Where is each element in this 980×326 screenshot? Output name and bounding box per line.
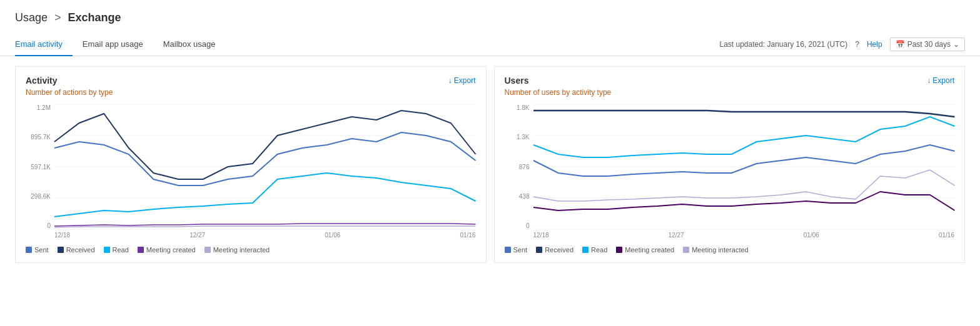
activity-export-button[interactable]: ↓ Export [448,76,476,85]
chevron-down-icon: ⌄ [953,40,959,49]
sent-legend-label: Sent [34,246,49,254]
content-area: Activity ↓ Export Number of actions by t… [0,56,980,273]
users-legend-sent: Sent [505,246,528,254]
read-legend-color [104,247,110,253]
users-sent-line [533,145,955,176]
users-line-chart [533,104,955,229]
users-meeting-interacted-legend-color [683,247,689,253]
last-updated-text: Last updated: January 16, 2021 (UTC) [719,40,847,49]
users-meeting-created-legend-label: Meeting created [625,246,674,254]
users-chart-svg-wrapper [533,104,955,229]
users-export-down-arrow-icon: ↓ [927,76,931,85]
read-line [54,173,476,217]
activity-chart-svg-wrapper [54,104,476,229]
activity-line-chart [54,104,476,229]
received-line [54,111,476,179]
users-y-labels: 1.8K 1.3K 876 438 0 [505,104,533,229]
users-meeting-created-line [533,192,955,210]
page-header: Usage > Exchange [0,0,980,24]
meeting-interacted-line-activity [54,226,476,227]
activity-panel-title: Activity [26,76,58,86]
users-received-legend-color [536,247,542,253]
users-panel-header: Users ↓ Export [505,76,955,86]
header-right: Last updated: January 16, 2021 (UTC) ? H… [719,37,965,51]
users-received-legend-label: Received [545,246,573,254]
users-read-legend-color [582,247,589,253]
users-x-labels: 12/18 12/27 01/06 01/16 [505,232,955,239]
activity-chart-with-axes: 1.2M 895.7K 597.1K 298.6K 0 [26,104,476,229]
tabs: Email activity Email app usage Mailbox u… [15,33,226,56]
users-received-line [533,111,955,117]
legend-meeting-created-activity: Meeting created [138,246,196,254]
breadcrumb-prefix: Usage [15,11,48,24]
tab-email-app-usage[interactable]: Email app usage [73,33,153,56]
activity-legend: Sent Received Read Meeting created Meeti… [26,246,476,254]
users-sent-legend-color [505,247,511,253]
meeting-created-legend-label-activity: Meeting created [146,246,196,254]
help-link[interactable]: Help [867,40,882,49]
tabs-row: Email activity Email app usage Mailbox u… [0,33,980,56]
sent-legend-color [26,247,32,253]
activity-subtitle: Number of actions by type [26,88,476,97]
received-legend-color [58,247,64,253]
activity-x-labels: 12/18 12/27 01/06 01/16 [26,232,476,239]
users-chart-with-axes: 1.8K 1.3K 876 438 0 [505,104,955,229]
users-legend-meeting-created: Meeting created [616,246,674,254]
sent-line [54,132,476,185]
activity-export-label: Export [454,76,476,85]
legend-sent: Sent [26,246,49,254]
received-legend-label: Received [66,246,95,254]
breadcrumb-main: Exchange [68,11,121,24]
users-legend-received: Received [536,246,573,254]
users-meeting-created-legend-color [616,247,622,253]
users-export-label: Export [932,76,954,85]
activity-panel: Activity ↓ Export Number of actions by t… [15,66,487,263]
export-down-arrow-icon: ↓ [448,76,452,85]
users-read-line [533,117,955,157]
users-sent-legend-label: Sent [513,246,528,254]
activity-y-labels: 1.2M 895.7K 597.1K 298.6K 0 [26,104,54,229]
date-filter-label: Past 30 days [907,40,951,49]
legend-meeting-interacted-activity: Meeting interacted [205,246,270,254]
users-legend-read: Read [582,246,607,254]
meeting-interacted-legend-color-activity [205,247,211,253]
users-legend-meeting-interacted: Meeting interacted [683,246,749,254]
users-subtitle: Number of users by activity type [505,88,955,97]
help-question-mark[interactable]: ? [855,40,859,49]
breadcrumb: Usage > Exchange [15,11,965,24]
users-panel: Users ↓ Export Number of users by activi… [494,66,966,263]
users-panel-title: Users [505,76,529,86]
users-meeting-interacted-line [533,170,955,201]
meeting-interacted-legend-label-activity: Meeting interacted [213,246,270,254]
tab-mailbox-usage[interactable]: Mailbox usage [153,33,226,56]
legend-read: Read [104,246,129,254]
calendar-icon: 📅 [896,40,905,49]
date-filter-button[interactable]: 📅 Past 30 days ⌄ [890,37,965,51]
legend-received: Received [58,246,95,254]
read-legend-label: Read [113,246,129,254]
meeting-created-legend-color-activity [138,247,144,253]
users-read-legend-label: Read [591,246,607,254]
users-export-button[interactable]: ↓ Export [927,76,954,85]
breadcrumb-sep: > [54,11,64,24]
activity-panel-header: Activity ↓ Export [26,76,476,86]
users-legend: Sent Received Read Meeting created Meeti… [505,246,955,254]
tab-email-activity[interactable]: Email activity [15,33,73,56]
users-meeting-interacted-legend-label: Meeting interacted [692,246,749,254]
